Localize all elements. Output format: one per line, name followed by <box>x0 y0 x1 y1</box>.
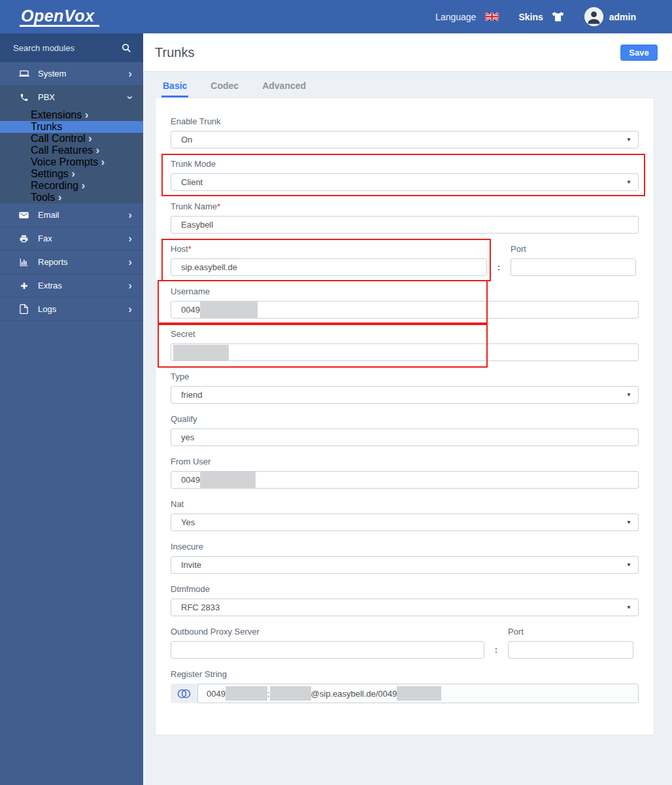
sidebar-item-label: Logs <box>38 304 56 314</box>
sidebar-item-extensions[interactable]: Extensions › <box>0 109 143 121</box>
nat-label: Nat <box>171 500 639 508</box>
tab-basic[interactable]: Basic <box>161 80 188 97</box>
tab-codec[interactable]: Codec <box>209 80 240 97</box>
sidebar-item-call-control[interactable]: Call Control › <box>0 133 143 145</box>
skins-menu[interactable]: Skins <box>518 12 543 22</box>
sidebar-item-email[interactable]: Email › <box>0 203 143 227</box>
chevron-right-icon: › <box>128 71 132 77</box>
outbound-proxy-input[interactable] <box>171 641 484 659</box>
tab-bar: Basic Codec Advanced <box>143 72 672 97</box>
host-input[interactable]: sip.easybell.de <box>171 258 487 276</box>
sidebar-item-fax[interactable]: Fax › <box>0 227 143 251</box>
chevron-right-icon: › <box>85 109 89 121</box>
host-port-input[interactable] <box>511 258 636 276</box>
header-right: Language Skins ad <box>435 7 636 26</box>
sidebar-item-label: Settings <box>31 168 69 179</box>
field-outbound-proxy: Outbound Proxy Server : Port <box>171 627 639 659</box>
insecure-select[interactable]: Invite ▼ <box>171 556 639 574</box>
required-asterisk: * <box>188 244 192 254</box>
field-register-string: Register String 0049 : @sip.easybell.de/… <box>171 670 639 703</box>
tshirt-icon[interactable] <box>551 11 565 23</box>
trunk-mode-select[interactable]: Client ▼ <box>171 173 639 191</box>
chevron-right-icon: › <box>58 191 62 203</box>
sidebar-item-tools[interactable]: Tools › <box>0 192 143 203</box>
dtmfmode-select[interactable]: RFC 2833 ▼ <box>171 599 639 616</box>
tab-advanced[interactable]: Advanced <box>261 80 307 97</box>
sidebar-item-trunks[interactable]: Trunks <box>0 121 143 133</box>
sidebar-item-voice-prompts[interactable]: Voice Prompts › <box>0 156 143 168</box>
save-button[interactable]: Save <box>620 44 658 61</box>
sidebar-item-label: Fax <box>38 234 52 243</box>
qualify-input[interactable]: yes <box>171 428 639 446</box>
sidebar-item-pbx[interactable]: PBX › <box>0 86 143 109</box>
register-part1: 0049 <box>207 689 226 699</box>
nat-value: Yes <box>181 517 195 527</box>
register-toggle-button[interactable] <box>171 684 197 703</box>
dropdown-arrow-icon: ▼ <box>626 604 631 610</box>
sidebar-item-call-features[interactable]: Call Features › <box>0 145 143 156</box>
register-part3: @sip.easybell.de/0049 <box>311 689 397 699</box>
nat-select[interactable]: Yes ▼ <box>171 514 639 531</box>
outbound-port-input[interactable] <box>508 641 633 659</box>
qualify-label: Qualify <box>171 415 639 423</box>
uk-flag-icon[interactable] <box>485 12 499 21</box>
username-input[interactable]: 0049 <box>171 301 639 319</box>
sidebar-item-label: Reports <box>38 257 68 267</box>
sidebar-item-system[interactable]: System › <box>0 62 143 86</box>
chevron-right-icon: › <box>128 212 132 218</box>
chevron-down-icon: › <box>127 96 133 99</box>
sidebar-item-extras[interactable]: Extras › <box>0 274 143 298</box>
language-menu[interactable]: Language <box>435 12 476 22</box>
trunk-mode-label: Trunk Mode <box>171 160 639 168</box>
trunk-mode-value: Client <box>181 177 203 187</box>
field-insecure: Insecure Invite ▼ <box>171 542 639 574</box>
sidebar-item-settings[interactable]: Settings › <box>0 168 143 180</box>
sidebar-item-reports[interactable]: Reports › <box>0 251 143 274</box>
outbound-proxy-column: Outbound Proxy Server <box>171 627 484 659</box>
enable-trunk-select[interactable]: On ▼ <box>171 131 639 148</box>
search-icon[interactable] <box>122 43 131 53</box>
from-user-label: From User <box>171 457 639 466</box>
trunk-name-input[interactable]: Easybell <box>171 216 639 234</box>
trunk-name-value: Easybell <box>181 220 213 230</box>
sidebar-item-label: Email <box>38 210 59 220</box>
field-username: Username 0049 <box>171 287 639 319</box>
sidebar-item-label: Recording <box>31 180 78 191</box>
enable-trunk-label: Enable Trunk <box>171 117 639 126</box>
page-header: Trunks Save <box>143 33 672 72</box>
monitor-icon <box>18 69 29 78</box>
proxy-port-separator: : <box>484 641 508 659</box>
redaction-block <box>397 686 441 701</box>
user-name[interactable]: admin <box>609 12 636 22</box>
secret-input[interactable] <box>171 343 639 361</box>
field-trunk-name: Trunk Name* Easybell <box>171 202 639 234</box>
page-title: Trunks <box>155 45 194 60</box>
enable-trunk-value: On <box>181 135 192 145</box>
openvox-logo: OpenVox <box>20 7 99 27</box>
top-header: OpenVox Language Skins <box>0 0 672 33</box>
field-type: Type friend ▼ <box>171 372 639 404</box>
register-string-input[interactable]: 0049 : @sip.easybell.de/0049 <box>197 684 639 703</box>
plus-icon <box>18 281 29 290</box>
dropdown-arrow-icon: ▼ <box>626 137 631 143</box>
toggle-circles-icon <box>177 688 192 699</box>
host-port-separator: : <box>487 258 511 276</box>
sidebar-item-logs[interactable]: Logs › <box>0 298 143 321</box>
redaction-block <box>173 345 229 360</box>
from-user-input[interactable]: 0049 <box>171 471 639 489</box>
register-string-group: 0049 : @sip.easybell.de/0049 <box>171 684 639 703</box>
user-avatar[interactable] <box>584 7 603 26</box>
main-content: Trunks Save Basic Codec Advanced Enable … <box>143 33 672 785</box>
search-modules-input[interactable]: Search modules <box>0 33 143 62</box>
from-user-value: 0049 <box>181 475 200 485</box>
search-placeholder: Search modules <box>13 43 75 53</box>
chevron-right-icon: › <box>128 283 132 289</box>
chevron-right-icon: › <box>101 156 105 168</box>
redaction-block <box>200 472 256 489</box>
chevron-right-icon: › <box>96 144 100 156</box>
type-value: friend <box>181 390 203 400</box>
type-select[interactable]: friend ▼ <box>171 386 639 404</box>
register-string-label: Register String <box>171 670 639 678</box>
sidebar-item-recording[interactable]: Recording › <box>0 180 143 192</box>
chevron-right-icon: › <box>128 236 132 242</box>
